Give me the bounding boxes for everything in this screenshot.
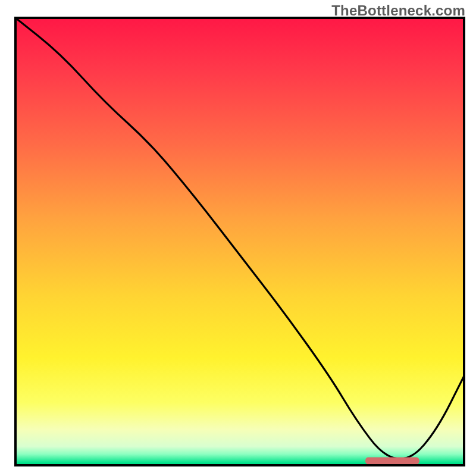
optimal-band-bar <box>365 458 419 465</box>
watermark-text: TheBottleneck.com <box>331 2 465 19</box>
plot-background <box>15 18 464 465</box>
bottleneck-chart <box>0 0 476 476</box>
